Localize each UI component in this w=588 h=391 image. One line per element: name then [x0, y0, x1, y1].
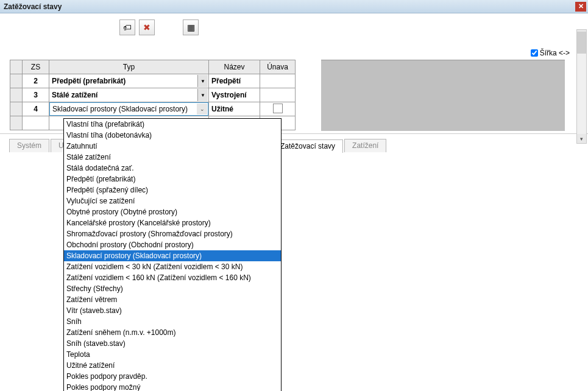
- cell-zs[interactable]: [23, 116, 49, 130]
- dropdown-icon[interactable]: ▼: [197, 89, 208, 101]
- close-icon[interactable]: ✕: [575, 2, 586, 12]
- cell-unava[interactable]: [260, 102, 296, 116]
- dropdown-option[interactable]: Zatuhnutí: [64, 141, 281, 152]
- cell-zs[interactable]: 4: [23, 102, 49, 116]
- tab-zatizeni[interactable]: Zatížení: [344, 139, 386, 152]
- dropdown-option[interactable]: Zatížení sněhem (n.m.v. +1000m): [64, 327, 281, 338]
- table-row[interactable]: 2 Předpětí (prefabrikát) ▼ Předpětí: [10, 74, 296, 88]
- dropdown-option[interactable]: Užitné zatížení: [64, 360, 281, 371]
- dropdown-option[interactable]: Střechy (Střechy): [64, 283, 281, 294]
- dropdown-option[interactable]: Vlastní tíha (dobetonávka): [64, 130, 281, 141]
- cell-typ-active[interactable]: Skladovací prostory (Skladovací prostory…: [49, 102, 209, 116]
- cell-zs[interactable]: 3: [23, 88, 49, 102]
- tab-zatezovaci-stavy[interactable]: Zatěžovací stavy: [272, 139, 343, 153]
- typ-text: Stálé zatížení: [52, 91, 97, 99]
- scroll-down-icon[interactable]: ▾: [577, 134, 586, 143]
- typ-text: Skladovací prostory (Skladovací prostory…: [52, 105, 188, 113]
- cell-unava[interactable]: [260, 74, 296, 88]
- chevron-down-icon[interactable]: ⌄: [197, 104, 207, 114]
- typ-text: Předpětí (prefabrikát): [52, 77, 126, 85]
- toolbar: 🏷 ✖ ▦: [4, 17, 584, 40]
- tag-icon: 🏷: [123, 23, 132, 32]
- title-bar: Zatěžovací stavy ✕: [0, 0, 588, 13]
- dropdown-option[interactable]: Stálé zatížení: [64, 152, 281, 163]
- width-checkbox[interactable]: [531, 49, 538, 57]
- column-header-unava[interactable]: Únava: [260, 60, 296, 74]
- tab-system[interactable]: Systém: [9, 139, 49, 152]
- dropdown-icon[interactable]: ▼: [197, 75, 208, 87]
- table-row[interactable]: 4 Skladovací prostory (Skladovací prosto…: [10, 102, 296, 116]
- dropdown-option[interactable]: Vlastní tíha (prefabrikát): [64, 119, 281, 130]
- dropdown-option[interactable]: Pokles podpory pravděp.: [64, 371, 281, 382]
- dropdown-option[interactable]: Teplota: [64, 349, 281, 360]
- dropdown-option[interactable]: Zatížení větrem: [64, 294, 281, 305]
- dropdown-option[interactable]: Pokles podpory možný: [64, 382, 281, 391]
- cell-typ[interactable]: Předpětí (prefabrikát) ▼: [49, 74, 209, 88]
- row-selector-header: [10, 60, 23, 74]
- scroll-thumb[interactable]: [577, 32, 586, 54]
- toolbar-grid-button[interactable]: ▦: [183, 19, 199, 35]
- typ-combobox[interactable]: Skladovací prostory (Skladovací prostory…: [49, 102, 208, 116]
- width-toggle-label: Šířka <->: [540, 49, 570, 57]
- dropdown-option[interactable]: Obytné prostory (Obytné prostory): [64, 206, 281, 217]
- dropdown-option[interactable]: Sníh (staveb.stav): [64, 338, 281, 349]
- dropdown-option[interactable]: Stálá dodatečná zať.: [64, 163, 281, 174]
- cell-nazev[interactable]: Vystrojení: [209, 88, 260, 102]
- grid-icon: ▦: [187, 23, 195, 32]
- dropdown-option[interactable]: Kancelářské prostory (Kancelářské prosto…: [64, 217, 281, 228]
- table-row[interactable]: 3 Stálé zatížení ▼ Vystrojení: [10, 88, 296, 102]
- dropdown-option[interactable]: Zatížení vozidlem < 30 kN (Zatížení vozi…: [64, 261, 281, 272]
- vertical-scrollbar[interactable]: ▴ ▾: [576, 29, 587, 144]
- dialog-window: Zatěžovací stavy ✕ 🏷 ✖ ▦ Šířka <-> ZS Ty…: [0, 0, 588, 391]
- row-selector[interactable]: [10, 102, 23, 116]
- width-toggle[interactable]: Šířka <->: [531, 49, 570, 57]
- row-selector[interactable]: [10, 88, 23, 102]
- column-header-nazev[interactable]: Název: [209, 60, 260, 74]
- toolbar-delete-button[interactable]: ✖: [139, 19, 155, 35]
- dropdown-option[interactable]: Zatížení vozidlem < 160 kN (Zatížení voz…: [64, 272, 281, 283]
- delete-icon: ✖: [143, 23, 151, 32]
- row-selector[interactable]: [10, 74, 23, 88]
- dropdown-option[interactable]: Vylučující se zatížení: [64, 196, 281, 206]
- dropdown-option[interactable]: Předpětí (prefabrikát): [64, 174, 281, 185]
- dropdown-option[interactable]: Vítr (staveb.stav): [64, 305, 281, 316]
- cell-zs[interactable]: 2: [23, 74, 49, 88]
- content-area: 🏷 ✖ ▦ Šířka <-> ZS Typ Název Únava: [0, 13, 588, 134]
- dropdown-option[interactable]: Sníh: [64, 316, 281, 327]
- cell-nazev[interactable]: Užitné: [209, 102, 260, 116]
- dropdown-option[interactable]: Obchodní prostory (Obchodní prostory): [64, 239, 281, 250]
- cell-typ[interactable]: Stálé zatížení ▼: [49, 88, 209, 102]
- typ-dropdown-list[interactable]: Vlastní tíha (prefabrikát)Vlastní tíha (…: [63, 118, 282, 391]
- cell-nazev[interactable]: Předpětí: [209, 74, 260, 88]
- dropdown-option[interactable]: Skladovací prostory (Skladovací prostory…: [64, 250, 281, 261]
- toolbar-button-1[interactable]: 🏷: [119, 19, 135, 35]
- window-title: Zatěžovací stavy: [2, 2, 62, 11]
- row-selector[interactable]: [10, 116, 23, 130]
- unava-checkbox[interactable]: [273, 104, 283, 113]
- dropdown-option[interactable]: Předpětí (spřažený dílec): [64, 185, 281, 196]
- dropdown-option[interactable]: Shromažďovací prostory (Shromažďovací pr…: [64, 228, 281, 239]
- column-header-typ[interactable]: Typ: [49, 60, 209, 74]
- cell-unava[interactable]: [260, 88, 296, 102]
- column-header-zs[interactable]: ZS: [23, 60, 49, 74]
